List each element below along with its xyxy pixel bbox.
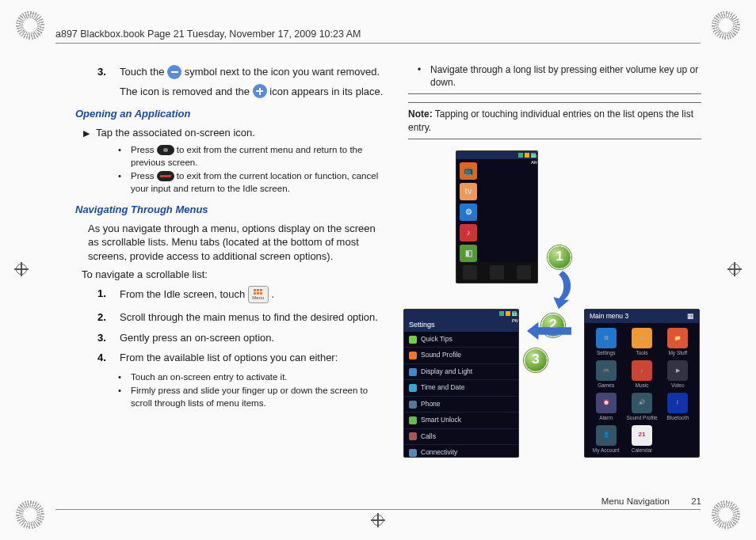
crop-mark (727, 262, 742, 276)
step-3-text-a: Touch the (120, 66, 167, 78)
list-item: Connectivity (404, 445, 518, 458)
crop-mark (14, 262, 29, 276)
p1-time: 10:24 AM (531, 153, 536, 158)
grid-item: 🔊Sound Profile (625, 393, 658, 422)
running-header: a897 Blackbox.book Page 21 Tuesday, Nove… (55, 29, 701, 44)
heading-opening-application: Opening an Application (75, 107, 386, 121)
press-end-a: Press (131, 171, 157, 181)
step-3-text-b: symbol next to the icon you want removed… (185, 66, 380, 78)
dock-dial (463, 265, 477, 280)
widget-icon: 📺 (460, 162, 477, 180)
footer-section: Menu Navigation (601, 496, 670, 506)
grid-item: ▶Video (662, 360, 694, 390)
step-number: 2. (97, 310, 112, 325)
volume-nav-text: Navigate through a long list by pressing… (430, 63, 701, 89)
widget-icon: ♪ (460, 224, 477, 241)
nav-s3: Gently press an on-screen option. (120, 331, 386, 345)
grid-item: ᛒBluetooth (662, 393, 694, 422)
bullet-dot: • (118, 170, 124, 195)
left-column: 3. Touch the symbol next to the icon you… (75, 62, 386, 505)
phone-idle-screenshot: 10:24 AM 📺 tv ⚙ ♪ ◧ (456, 150, 538, 283)
footer-rule (55, 509, 701, 510)
page-body: 3. Touch the symbol next to the icon you… (75, 62, 701, 505)
dock (456, 262, 537, 283)
step-3-line2-b: icon appears in its place. (269, 86, 383, 97)
grid-item (662, 425, 694, 454)
phone-mainmenu-screenshot: Main menu 3▦ ⚙Settings ✚Tools 📁My Stuff … (584, 309, 700, 458)
corner-ornament (712, 11, 740, 40)
nav-s4-b2: Firmly press and slide your finger up or… (131, 385, 386, 409)
p3-title: Main menu 3 (590, 312, 628, 321)
grid-item: ✚Tools (625, 328, 658, 357)
nav-s1-b: . (271, 288, 274, 300)
corner-ornament (16, 500, 44, 529)
note-text: Tapping or touching individual entries o… (408, 108, 693, 132)
widget-icon: ◧ (460, 245, 477, 262)
grid-toggle-icon: ▦ (687, 312, 694, 321)
nav-s4: From the available list of options you c… (120, 351, 386, 365)
nav-step-4-bullet-2: • Firmly press and slide your finger up … (118, 385, 386, 409)
grid-item: ⏰Alarm (590, 393, 622, 422)
step-number: 3. (97, 65, 112, 99)
list-item: Time and Date (404, 380, 518, 396)
nav-step-4-bullet-1: • Touch an on-screen entry to activate i… (118, 371, 386, 384)
divider (408, 93, 701, 94)
list-item: Sound Profile (404, 348, 518, 363)
pointer-icon: ▶ (83, 127, 90, 140)
list-item: Phone (404, 397, 518, 413)
menu-softkey-icon: Menu (248, 286, 269, 303)
arrow-1-to-2-icon (549, 271, 576, 310)
footer-page-number: 21 (691, 496, 701, 506)
grid-item: 21Calendar (625, 425, 658, 454)
list-item: Display and Light (404, 364, 518, 380)
grid-item: 🎮Games (590, 360, 622, 390)
callout-badge-3: 3 (524, 348, 548, 372)
bullet-dot: • (118, 385, 124, 409)
end-key-icon (157, 171, 174, 181)
nav-step-2: 2. Scroll through the main menus to find… (97, 310, 386, 325)
corner-ornament (712, 500, 740, 529)
bullet-dot: • (118, 371, 124, 384)
dock-menu (517, 265, 531, 280)
step-number: 4. (97, 351, 112, 365)
bullet-dot: • (418, 63, 424, 89)
plus-icon (253, 84, 267, 98)
p2-title: Settings (404, 318, 518, 332)
tap-icon-text: Tap the associated on-screen icon. (96, 126, 255, 140)
arrow-2-to-3-icon (527, 321, 571, 340)
nav-step-4: 4. From the available list of options yo… (97, 351, 386, 365)
grid-item: ⚙Settings (590, 328, 622, 357)
widget-icon: tv (460, 183, 477, 200)
widget-icon: ⚙ (460, 203, 477, 221)
bullet-press-end: • Press to exit from the current locatio… (118, 170, 386, 195)
callout-badge-1: 1 (548, 245, 571, 269)
note-label: Note: (408, 108, 433, 120)
grid-item: 👤My Account (590, 425, 622, 454)
note-block: Note: Tapping or touching individual ent… (408, 102, 701, 139)
grid-item: 📁My Stuff (662, 328, 694, 357)
menu-chip-label: Menu (252, 295, 264, 300)
grid-item: ♪Music (625, 360, 658, 390)
back-key-icon (157, 145, 174, 155)
corner-ornament (16, 11, 44, 40)
screenshot-diagram: 10:24 AM 📺 tv ⚙ ♪ ◧ 12:25 PM Settings (408, 150, 701, 467)
press-back-a: Press (131, 145, 157, 154)
header-text: a897 Blackbox.book Page 21 Tuesday, Nove… (55, 29, 361, 40)
to-navigate-label: To navigate a scrollable list: (82, 268, 386, 282)
list-item: Calls (404, 429, 518, 445)
step-number: 1. (97, 287, 112, 304)
phone-settings-screenshot: 12:25 PM Settings Quick Tips Sound Profi… (403, 309, 519, 458)
pointer-tap-icon: ▶ Tap the associated on-screen icon. (83, 126, 386, 140)
nav-step-3: 3. Gently press an on-screen option. (97, 331, 386, 345)
minus-icon (167, 65, 181, 79)
right-column: • Navigate through a long list by pressi… (408, 62, 701, 505)
bullet-press-back: • Press to exit from the current menu an… (118, 144, 386, 169)
nav-s4-b1: Touch an on-screen entry to activate it. (131, 371, 288, 384)
step-3-line2-a: The icon is removed and the (120, 86, 253, 97)
bullet-dot: • (118, 144, 124, 169)
nav-s2: Scroll through the main menus to find th… (120, 310, 386, 325)
nav-paragraph: As you navigate through a menu, options … (88, 222, 386, 264)
bullet-volume-nav: • Navigate through a long list by pressi… (418, 63, 701, 89)
step-3: 3. Touch the symbol next to the icon you… (97, 65, 386, 99)
p2-time: 12:25 PM (512, 311, 517, 316)
